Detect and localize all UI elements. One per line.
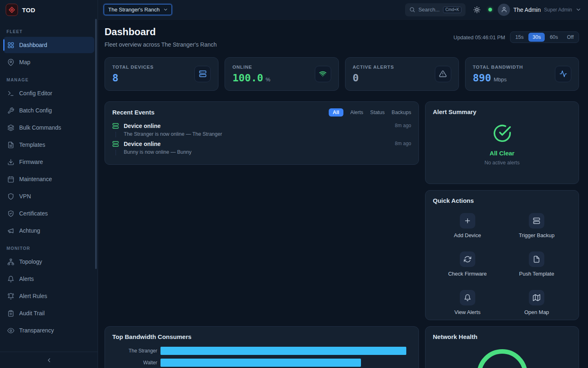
sidebar-item-config-editor[interactable]: Config Editor bbox=[3, 85, 94, 101]
event-description: Bunny is now online — Bunny bbox=[124, 149, 390, 155]
server-icon bbox=[199, 70, 207, 78]
sidebar-item-firmware[interactable]: Firmware bbox=[3, 154, 94, 170]
user-name: The Admin bbox=[513, 7, 541, 13]
page-title: Dashboard bbox=[105, 26, 217, 38]
bandwidth-bar-track bbox=[160, 347, 411, 355]
sidebar-item-vpn[interactable]: VPN bbox=[3, 188, 94, 204]
sidebar-item-label: Dashboard bbox=[19, 42, 47, 48]
stat-icon-box bbox=[315, 66, 331, 82]
sidebar-item-maintenance[interactable]: Maintenance bbox=[3, 171, 94, 187]
sidebar-scrollbar-thumb[interactable] bbox=[95, 19, 97, 269]
last-updated-text: Updated 05:46:01 PM bbox=[454, 34, 505, 40]
search-input[interactable]: Search... Cmd+K bbox=[405, 3, 466, 16]
sidebar-item-label: Transparency bbox=[19, 327, 54, 334]
refresh-option-15s[interactable]: 15s bbox=[511, 33, 528, 42]
stat-value: 0 bbox=[353, 73, 359, 83]
user-menu[interactable]: The Admin Super Admin bbox=[498, 4, 581, 16]
sidebar-collapse-button[interactable] bbox=[0, 352, 98, 368]
events-list: Device onlineThe Stranger is now online … bbox=[112, 122, 411, 158]
sidebar-item-topology[interactable]: Topology bbox=[3, 254, 94, 270]
sidebar-item-label: Alert Rules bbox=[19, 293, 47, 299]
sidebar-item-batch-config[interactable]: Batch Config bbox=[3, 102, 94, 119]
org-selector[interactable]: The Stranger's Ranch bbox=[104, 4, 172, 15]
stat-text: TOTAL BANDWIDTH890Mbps bbox=[473, 65, 523, 83]
main-content: Dashboard Fleet overview across The Stra… bbox=[98, 20, 588, 368]
quick-actions-title: Quick Actions bbox=[433, 197, 571, 204]
quick-action-view-alerts[interactable]: View Alerts bbox=[433, 287, 502, 318]
bandwidth-bar bbox=[160, 347, 406, 355]
quick-action-icon-box bbox=[460, 290, 475, 305]
bandwidth-panel: Top Bandwidth Consumers The StrangerWalt… bbox=[105, 326, 419, 368]
sidebar-item-dashboard[interactable]: Dashboard bbox=[3, 37, 94, 53]
quick-action-icon-box bbox=[460, 213, 475, 229]
header-controls: Updated 05:46:01 PM 15s30s60sOff bbox=[454, 31, 579, 43]
refresh-option-off[interactable]: Off bbox=[563, 33, 578, 42]
file-icon bbox=[533, 256, 540, 263]
sidebar-section-manage: MANAGE bbox=[7, 77, 91, 82]
search-icon bbox=[409, 7, 415, 13]
sidebar-item-label: Maintenance bbox=[19, 176, 52, 182]
sidebar-item-audit-trail[interactable]: Audit Trail bbox=[3, 305, 94, 321]
quick-action-trigger-backup[interactable]: Trigger Backup bbox=[502, 211, 572, 241]
quick-action-label: Check Firmware bbox=[448, 271, 487, 277]
topbar: The Stranger's Ranch Search... Cmd+K The… bbox=[98, 0, 588, 20]
events-filter-all[interactable]: All bbox=[329, 108, 343, 117]
bandwidth-panel-title: Top Bandwidth Consumers bbox=[112, 333, 411, 340]
sidebar-item-certificates[interactable]: Certificates bbox=[3, 205, 94, 222]
server-icon bbox=[112, 123, 119, 129]
server-icon bbox=[533, 217, 540, 224]
sidebar-item-bulk-commands[interactable]: Bulk Commands bbox=[3, 119, 94, 136]
search-placeholder: Search... bbox=[419, 7, 440, 13]
quick-action-check-firmware[interactable]: Check Firmware bbox=[433, 249, 502, 279]
quick-action-icon-box bbox=[529, 251, 544, 267]
chevron-down-icon bbox=[575, 7, 581, 13]
sidebar-item-templates[interactable]: Templates bbox=[3, 137, 94, 153]
sidebar-item-alert-rules[interactable]: Alert Rules bbox=[3, 288, 94, 304]
quick-action-label: Open Map bbox=[524, 309, 549, 315]
refresh-interval-control: 15s30s60sOff bbox=[510, 31, 579, 43]
search-shortcut-badge: Cmd+K bbox=[443, 7, 462, 13]
stat-card-active-alerts: ACTIVE ALERTS0 bbox=[345, 57, 459, 91]
refresh-option-60s[interactable]: 60s bbox=[546, 33, 562, 42]
sidebar-item-achtung[interactable]: Achtung bbox=[3, 222, 94, 239]
quick-action-open-map[interactable]: Open Map bbox=[502, 287, 572, 318]
bandwidth-device-label: The Stranger bbox=[112, 348, 157, 354]
quick-action-add-device[interactable]: Add Device bbox=[433, 211, 502, 241]
quick-action-label: Add Device bbox=[454, 232, 481, 238]
stat-value: 890 bbox=[473, 73, 491, 83]
stat-value: 100.0 bbox=[232, 73, 263, 83]
sidebar-item-map[interactable]: Map bbox=[3, 54, 94, 70]
event-time: 8m ago bbox=[395, 123, 411, 137]
bell-icon bbox=[464, 294, 471, 301]
refresh-option-30s[interactable]: 30s bbox=[528, 33, 545, 42]
chevron-down-icon bbox=[163, 7, 168, 12]
page-header: Dashboard Fleet overview across The Stra… bbox=[105, 26, 579, 48]
sidebar-item-alerts[interactable]: Alerts bbox=[3, 271, 94, 287]
events-filter-alerts[interactable]: Alerts bbox=[350, 110, 363, 115]
sidebar-section-fleet: FLEET bbox=[7, 29, 91, 34]
event-title: Device online bbox=[124, 123, 390, 129]
dashboard-grid: Recent Events AllAlertsStatusBackups Dev… bbox=[105, 101, 579, 368]
terminal-icon bbox=[7, 90, 14, 97]
quick-action-push-template[interactable]: Push Template bbox=[502, 249, 572, 279]
alert-status-text: All Clear bbox=[490, 150, 514, 157]
network-health-panel: Network Health bbox=[425, 326, 579, 368]
theme-toggle-button[interactable] bbox=[471, 4, 483, 16]
map-icon bbox=[533, 294, 540, 301]
status-indicator-dot bbox=[488, 8, 492, 11]
user-icon bbox=[501, 7, 507, 13]
download-icon bbox=[7, 159, 14, 166]
sidebar-section-monitor: MONITOR bbox=[7, 246, 91, 251]
stat-card-online: ONLINE100.0% bbox=[225, 57, 339, 91]
stat-text: ONLINE100.0% bbox=[232, 65, 270, 83]
quick-action-label: Push Template bbox=[519, 271, 554, 277]
alert-detail-text: No active alerts bbox=[484, 160, 519, 166]
stat-icon-box bbox=[435, 66, 451, 82]
sidebar-item-transparency[interactable]: Transparency bbox=[3, 322, 94, 339]
timeline-connector bbox=[116, 132, 116, 137]
sidebar-item-label: Bulk Commands bbox=[19, 124, 61, 131]
org-selector-value: The Stranger's Ranch bbox=[108, 7, 160, 13]
events-filter-status[interactable]: Status bbox=[370, 110, 385, 115]
events-filter-backups[interactable]: Backups bbox=[392, 110, 411, 115]
sidebar-item-label: Templates bbox=[19, 141, 45, 148]
